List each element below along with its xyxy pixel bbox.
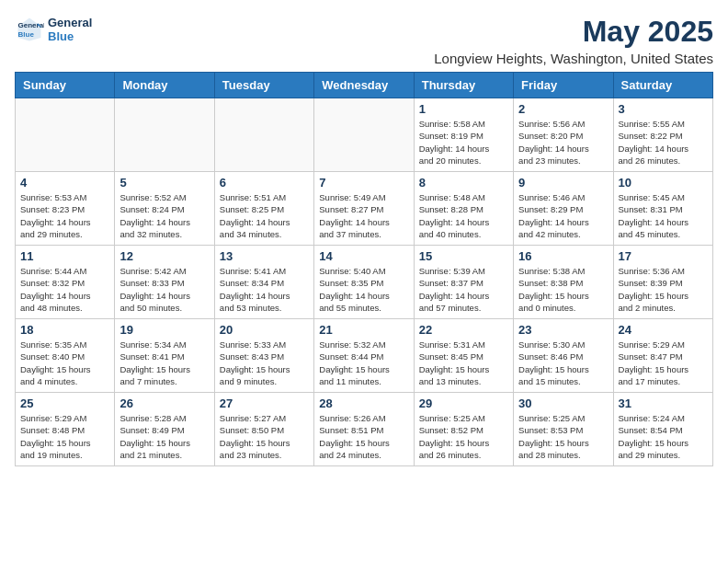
day-number: 24 — [619, 323, 708, 337]
calendar-cell: 8Sunrise: 5:48 AM Sunset: 8:28 PM Daylig… — [414, 172, 513, 246]
calendar-cell: 7Sunrise: 5:49 AM Sunset: 8:27 PM Daylig… — [314, 172, 414, 246]
day-info: Sunrise: 5:46 AM Sunset: 8:29 PM Dayligh… — [518, 191, 608, 240]
day-info: Sunrise: 5:34 AM Sunset: 8:41 PM Dayligh… — [119, 339, 209, 387]
calendar-cell: 26Sunrise: 5:28 AM Sunset: 8:49 PM Dayli… — [115, 393, 214, 466]
logo: General Blue General Blue — [15, 15, 92, 44]
day-info: Sunrise: 5:36 AM Sunset: 8:39 PM Dayligh… — [619, 265, 708, 314]
calendar-cell: 13Sunrise: 5:41 AM Sunset: 8:34 PM Dayli… — [214, 246, 313, 319]
title-area: May 2025 Longview Heights, Washington, U… — [434, 15, 713, 66]
day-number: 15 — [419, 249, 508, 263]
calendar-cell: 12Sunrise: 5:42 AM Sunset: 8:33 PM Dayli… — [115, 246, 214, 319]
day-number: 16 — [518, 249, 608, 263]
calendar-cell: 17Sunrise: 5:36 AM Sunset: 8:39 PM Dayli… — [613, 246, 712, 319]
calendar-cell: 29Sunrise: 5:25 AM Sunset: 8:52 PM Dayli… — [414, 393, 513, 466]
day-info: Sunrise: 5:33 AM Sunset: 8:43 PM Dayligh… — [220, 339, 309, 387]
day-info: Sunrise: 5:28 AM Sunset: 8:49 PM Dayligh… — [119, 412, 209, 461]
logo-icon: General Blue — [15, 15, 44, 44]
day-info: Sunrise: 5:42 AM Sunset: 8:33 PM Dayligh… — [119, 265, 209, 314]
day-number: 29 — [419, 396, 508, 410]
calendar-cell: 28Sunrise: 5:26 AM Sunset: 8:51 PM Dayli… — [314, 393, 414, 466]
day-number: 9 — [518, 176, 608, 190]
day-info: Sunrise: 5:27 AM Sunset: 8:50 PM Dayligh… — [220, 412, 309, 461]
day-info: Sunrise: 5:58 AM Sunset: 8:19 PM Dayligh… — [419, 118, 508, 167]
calendar-cell: 14Sunrise: 5:40 AM Sunset: 8:35 PM Dayli… — [314, 246, 414, 319]
weekday-header-row: SundayMondayTuesdayWednesdayThursdayFrid… — [16, 73, 713, 98]
day-info: Sunrise: 5:24 AM Sunset: 8:54 PM Dayligh… — [619, 412, 708, 461]
day-number: 4 — [20, 176, 109, 190]
day-number: 22 — [419, 323, 508, 337]
day-info: Sunrise: 5:55 AM Sunset: 8:22 PM Dayligh… — [619, 118, 708, 167]
day-info: Sunrise: 5:38 AM Sunset: 8:38 PM Dayligh… — [518, 265, 608, 314]
day-info: Sunrise: 5:40 AM Sunset: 8:35 PM Dayligh… — [319, 265, 408, 314]
day-number: 12 — [119, 249, 209, 263]
day-info: Sunrise: 5:35 AM Sunset: 8:40 PM Dayligh… — [20, 339, 109, 387]
calendar-table: SundayMondayTuesdayWednesdayThursdayFrid… — [15, 72, 713, 466]
day-number: 26 — [119, 396, 209, 410]
calendar-cell: 4Sunrise: 5:53 AM Sunset: 8:23 PM Daylig… — [16, 172, 115, 246]
day-number: 11 — [20, 249, 109, 263]
calendar-cell: 19Sunrise: 5:34 AM Sunset: 8:41 PM Dayli… — [115, 319, 214, 393]
day-number: 13 — [220, 249, 309, 263]
calendar-cell — [314, 98, 414, 172]
calendar-cell: 24Sunrise: 5:29 AM Sunset: 8:47 PM Dayli… — [613, 319, 712, 393]
day-number: 20 — [220, 323, 309, 337]
calendar-cell: 15Sunrise: 5:39 AM Sunset: 8:37 PM Dayli… — [414, 246, 513, 319]
calendar-cell: 2Sunrise: 5:56 AM Sunset: 8:20 PM Daylig… — [514, 98, 613, 172]
calendar-cell: 31Sunrise: 5:24 AM Sunset: 8:54 PM Dayli… — [613, 393, 712, 466]
day-info: Sunrise: 5:49 AM Sunset: 8:27 PM Dayligh… — [319, 191, 408, 240]
calendar-cell: 16Sunrise: 5:38 AM Sunset: 8:38 PM Dayli… — [514, 246, 613, 319]
day-info: Sunrise: 5:52 AM Sunset: 8:24 PM Dayligh… — [119, 191, 209, 240]
calendar-cell — [214, 98, 313, 172]
svg-text:General: General — [18, 21, 44, 29]
weekday-header-sunday: Sunday — [16, 73, 115, 98]
calendar-cell: 6Sunrise: 5:51 AM Sunset: 8:25 PM Daylig… — [214, 172, 313, 246]
day-number: 17 — [619, 249, 708, 263]
calendar-cell: 23Sunrise: 5:30 AM Sunset: 8:46 PM Dayli… — [514, 319, 613, 393]
week-row-4: 18Sunrise: 5:35 AM Sunset: 8:40 PM Dayli… — [16, 319, 713, 393]
calendar-cell: 5Sunrise: 5:52 AM Sunset: 8:24 PM Daylig… — [115, 172, 214, 246]
day-number: 3 — [619, 102, 708, 116]
calendar-cell: 20Sunrise: 5:33 AM Sunset: 8:43 PM Dayli… — [214, 319, 313, 393]
day-number: 19 — [119, 323, 209, 337]
calendar-cell: 21Sunrise: 5:32 AM Sunset: 8:44 PM Dayli… — [314, 319, 414, 393]
day-number: 18 — [20, 323, 109, 337]
calendar-cell: 11Sunrise: 5:44 AM Sunset: 8:32 PM Dayli… — [16, 246, 115, 319]
day-number: 31 — [619, 396, 708, 410]
weekday-header-monday: Monday — [115, 73, 214, 98]
week-row-1: 1Sunrise: 5:58 AM Sunset: 8:19 PM Daylig… — [16, 98, 713, 172]
calendar-subtitle: Longview Heights, Washington, United Sta… — [434, 51, 713, 66]
day-number: 23 — [518, 323, 608, 337]
calendar-cell: 25Sunrise: 5:29 AM Sunset: 8:48 PM Dayli… — [16, 393, 115, 466]
day-number: 8 — [419, 176, 508, 190]
calendar-cell: 9Sunrise: 5:46 AM Sunset: 8:29 PM Daylig… — [514, 172, 613, 246]
day-info: Sunrise: 5:25 AM Sunset: 8:53 PM Dayligh… — [518, 412, 608, 461]
day-info: Sunrise: 5:41 AM Sunset: 8:34 PM Dayligh… — [220, 265, 309, 314]
week-row-5: 25Sunrise: 5:29 AM Sunset: 8:48 PM Dayli… — [16, 393, 713, 466]
day-info: Sunrise: 5:48 AM Sunset: 8:28 PM Dayligh… — [419, 191, 508, 240]
day-info: Sunrise: 5:25 AM Sunset: 8:52 PM Dayligh… — [419, 412, 508, 461]
calendar-cell — [16, 98, 115, 172]
calendar-cell: 1Sunrise: 5:58 AM Sunset: 8:19 PM Daylig… — [414, 98, 513, 172]
day-info: Sunrise: 5:53 AM Sunset: 8:23 PM Dayligh… — [20, 191, 109, 240]
day-number: 30 — [518, 396, 608, 410]
day-number: 7 — [319, 176, 408, 190]
day-info: Sunrise: 5:56 AM Sunset: 8:20 PM Dayligh… — [518, 118, 608, 167]
day-number: 10 — [619, 176, 708, 190]
header: General Blue General Blue May 2025 Longv… — [15, 15, 713, 66]
weekday-header-friday: Friday — [514, 73, 613, 98]
day-number: 25 — [20, 396, 109, 410]
calendar-cell: 18Sunrise: 5:35 AM Sunset: 8:40 PM Dayli… — [16, 319, 115, 393]
calendar-cell: 3Sunrise: 5:55 AM Sunset: 8:22 PM Daylig… — [613, 98, 712, 172]
day-number: 1 — [419, 102, 508, 116]
calendar-cell: 10Sunrise: 5:45 AM Sunset: 8:31 PM Dayli… — [613, 172, 712, 246]
calendar-cell: 30Sunrise: 5:25 AM Sunset: 8:53 PM Dayli… — [514, 393, 613, 466]
day-info: Sunrise: 5:44 AM Sunset: 8:32 PM Dayligh… — [20, 265, 109, 314]
day-info: Sunrise: 5:32 AM Sunset: 8:44 PM Dayligh… — [319, 339, 408, 387]
week-row-2: 4Sunrise: 5:53 AM Sunset: 8:23 PM Daylig… — [16, 172, 713, 246]
day-info: Sunrise: 5:31 AM Sunset: 8:45 PM Dayligh… — [419, 339, 508, 387]
day-number: 14 — [319, 249, 408, 263]
calendar-cell — [115, 98, 214, 172]
weekday-header-saturday: Saturday — [613, 73, 712, 98]
day-number: 6 — [220, 176, 309, 190]
day-number: 2 — [518, 102, 608, 116]
